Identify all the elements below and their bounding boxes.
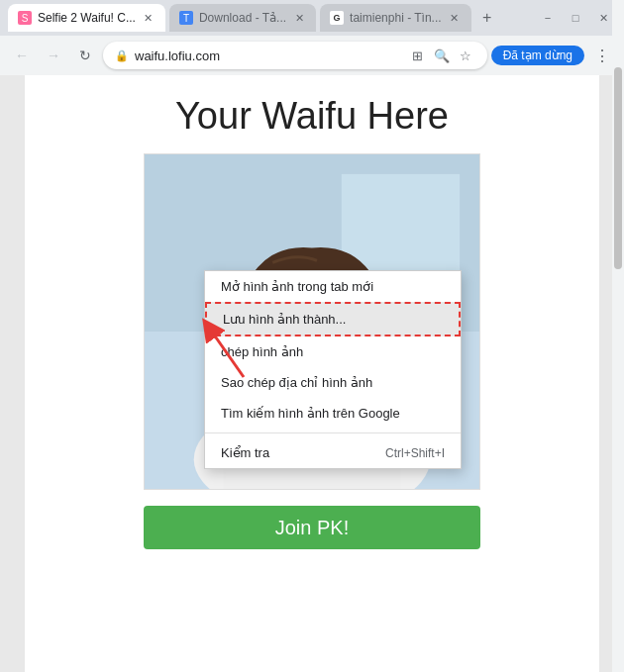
- tab-title-selfie: Selfie 2 Waifu! C...: [38, 11, 136, 25]
- forward-button[interactable]: →: [40, 42, 67, 69]
- tab-favicon-download: T: [179, 11, 193, 25]
- tab-title-taimienphi: taimienphi - Tìn...: [350, 11, 441, 25]
- context-inspect[interactable]: Kiểm tra Ctrl+Shift+I: [205, 437, 461, 468]
- lock-icon: 🔒: [115, 49, 129, 62]
- page-inner: Your Waifu Here: [25, 75, 599, 672]
- tab-close-download[interactable]: ✕: [292, 11, 306, 25]
- anime-image-container[interactable]: Mở hình ảnh trong tab mới Lưu hình ảnh t…: [144, 153, 480, 490]
- window-controls: − □ ✕: [535, 8, 616, 28]
- context-search-google[interactable]: Tìm kiếm hình ảnh trên Google: [205, 398, 461, 429]
- page-title: Your Waifu Here: [175, 95, 449, 138]
- context-copy-address-label: Sao chép địa chỉ hình ảnh: [221, 375, 372, 390]
- tab-favicon-selfie: S: [18, 11, 32, 25]
- context-save-image-label: Lưu hình ảnh thành...: [223, 312, 346, 327]
- address-bar: ← → ↻ 🔒 waifu.lofiu.com ⊞ 🔍 ☆ Đã tạm dừn…: [0, 36, 624, 75]
- scrollbar-thumb[interactable]: [614, 75, 622, 269]
- page-content: Your Waifu Here: [0, 75, 624, 672]
- context-copy-address[interactable]: Sao chép địa chỉ hình ảnh: [205, 367, 461, 398]
- context-divider: [205, 432, 461, 433]
- context-inspect-shortcut: Ctrl+Shift+I: [385, 446, 445, 460]
- reload-button[interactable]: ↻: [71, 42, 99, 69]
- context-menu: Mở hình ảnh trong tab mới Lưu hình ảnh t…: [204, 270, 462, 469]
- tab-download[interactable]: T Download - Tả... ✕: [169, 4, 316, 32]
- title-bar: S Selfie 2 Waifu! C... ✕ T Download - Tả…: [0, 0, 624, 36]
- tab-favicon-google: G: [330, 11, 344, 25]
- address-input[interactable]: 🔒 waifu.lofiu.com ⊞ 🔍 ☆: [103, 42, 487, 69]
- tab-selfie[interactable]: S Selfie 2 Waifu! C... ✕: [8, 4, 165, 32]
- tab-title-download: Download - Tả...: [199, 11, 286, 25]
- maximize-button[interactable]: □: [563, 8, 588, 28]
- tab-close-selfie[interactable]: ✕: [142, 11, 156, 25]
- browser-chrome: S Selfie 2 Waifu! C... ✕ T Download - Tả…: [0, 0, 624, 75]
- tab-taimienphi[interactable]: G taimienphi - Tìn... ✕: [320, 4, 470, 32]
- context-inspect-label: Kiểm tra: [221, 445, 269, 460]
- join-button-label: Join PK!: [275, 517, 349, 539]
- address-text: waifu.lofiu.com: [135, 48, 402, 63]
- context-open-tab[interactable]: Mở hình ảnh trong tab mới: [205, 271, 461, 302]
- context-copy-image[interactable]: chép hình ảnh: [205, 336, 461, 367]
- minimize-button[interactable]: −: [535, 8, 561, 28]
- scrollbar[interactable]: [612, 75, 624, 672]
- bookmark-icon[interactable]: ☆: [456, 46, 475, 65]
- search-icon[interactable]: 🔍: [432, 46, 452, 65]
- context-copy-image-label: chép hình ảnh: [221, 344, 303, 359]
- context-search-google-label: Tìm kiếm hình ảnh trên Google: [221, 406, 400, 421]
- translate-icon[interactable]: ⊞: [408, 46, 428, 65]
- address-icons: ⊞ 🔍 ☆: [408, 46, 475, 65]
- context-open-tab-label: Mở hình ảnh trong tab mới: [221, 279, 373, 294]
- tab-close-taimienphi[interactable]: ✕: [448, 11, 462, 25]
- new-tab-button[interactable]: +: [475, 6, 499, 30]
- context-save-image[interactable]: Lưu hình ảnh thành...: [205, 302, 461, 336]
- pause-button[interactable]: Đã tạm dừng: [491, 46, 584, 65]
- join-button[interactable]: Join PK!: [144, 506, 480, 549]
- back-button[interactable]: ←: [8, 42, 36, 69]
